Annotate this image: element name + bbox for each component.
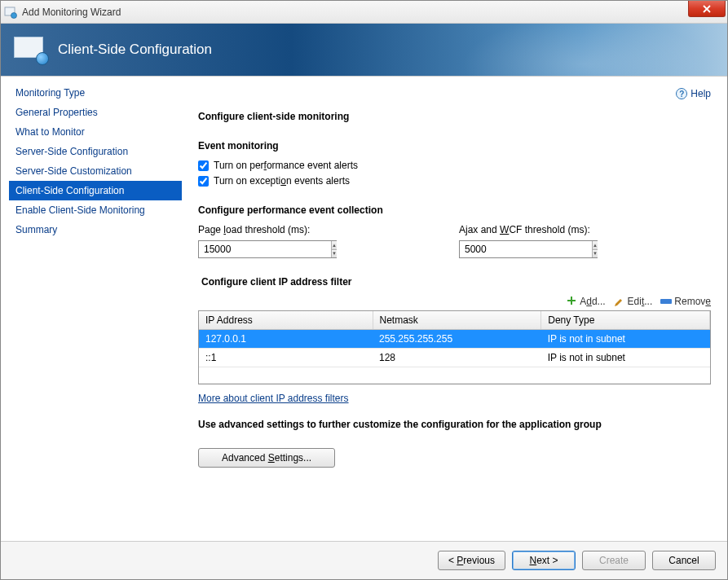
- wizard-window: Add Monitoring Wizard Client-Side Config…: [0, 0, 728, 580]
- sidebar-item-client-side-configuration[interactable]: Client-Side Configuration: [9, 181, 182, 200]
- help-link[interactable]: ? Help: [676, 88, 711, 99]
- sidebar-item-enable-client-side-monitoring[interactable]: Enable Client-Side Monitoring: [9, 200, 182, 220]
- col-deny[interactable]: Deny Type: [541, 311, 710, 330]
- exception-alerts-row: Turn on exception events alerts: [198, 175, 711, 187]
- exception-alerts-checkbox[interactable]: [198, 176, 209, 187]
- table-row[interactable]: 127.0.0.1 255.255.255.255 IP is not in s…: [199, 330, 710, 349]
- perf-alerts-label[interactable]: Turn on performance event alerts: [214, 160, 358, 171]
- help-icon: ?: [676, 88, 687, 99]
- page-heading: Configure client-side monitoring: [198, 111, 711, 122]
- window-title: Add Monitoring Wizard: [22, 7, 121, 18]
- sidebar-item-summary[interactable]: Summary: [9, 220, 182, 239]
- sidebar-item-server-side-customization[interactable]: Server-Side Customization: [9, 161, 182, 181]
- add-icon: [566, 296, 577, 307]
- ip-filter-toolbar: Add... Edit... Remove: [198, 296, 711, 307]
- banner-icon: [14, 37, 46, 63]
- perf-alerts-checkbox[interactable]: [198, 160, 209, 171]
- page-load-up[interactable]: ▲: [332, 241, 337, 250]
- page-load-input[interactable]: [199, 241, 331, 257]
- ajax-wcf-up[interactable]: ▲: [593, 241, 598, 250]
- remove-icon: [660, 296, 672, 307]
- content-pane: ? Help Configure client-side monitoring …: [182, 77, 727, 541]
- edit-icon: [614, 296, 625, 307]
- page-load-down[interactable]: ▼: [332, 250, 337, 258]
- footer: < Previous Next > Create Cancel: [1, 542, 727, 579]
- close-button[interactable]: [688, 1, 726, 17]
- wizard-sidebar: Monitoring Type General Properties What …: [1, 77, 182, 541]
- app-icon: [4, 6, 17, 19]
- svg-point-1: [11, 12, 17, 18]
- sidebar-item-general-properties[interactable]: General Properties: [9, 103, 182, 122]
- perf-collection-title: Configure performance event collection: [198, 204, 711, 216]
- page-load-label: Page load threshold (ms):: [198, 224, 426, 235]
- create-button: Create: [582, 551, 646, 570]
- edit-button[interactable]: Edit...: [614, 296, 653, 307]
- banner-title: Client-Side Configuration: [58, 42, 212, 58]
- exception-alerts-label[interactable]: Turn on exception events alerts: [214, 175, 350, 187]
- table-row-empty: [199, 367, 710, 384]
- sidebar-item-monitoring-type[interactable]: Monitoring Type: [9, 83, 182, 103]
- ajax-wcf-down[interactable]: ▼: [593, 250, 598, 258]
- add-button[interactable]: Add...: [566, 296, 605, 307]
- ajax-wcf-input[interactable]: [460, 241, 592, 257]
- ajax-wcf-spinner: ▲ ▼: [459, 240, 598, 258]
- ajax-wcf-label: Ajax and WCF threshold (ms):: [459, 224, 687, 235]
- perf-alerts-row: Turn on performance event alerts: [198, 160, 711, 171]
- cancel-button[interactable]: Cancel: [652, 551, 716, 570]
- help-label: Help: [690, 88, 711, 99]
- previous-button[interactable]: < Previous: [438, 551, 505, 570]
- col-netmask[interactable]: Netmask: [373, 311, 541, 330]
- threshold-fields: Page load threshold (ms): ▲ ▼ Ajax and W…: [198, 224, 711, 258]
- ip-filter-title: Configure client IP address filter: [201, 276, 711, 288]
- table-row[interactable]: ::1 128 IP is not in subnet: [199, 349, 710, 367]
- event-monitoring-title: Event monitoring: [198, 140, 711, 152]
- body-area: Monitoring Type General Properties What …: [1, 76, 727, 542]
- remove-button[interactable]: Remove: [660, 296, 711, 307]
- advanced-text: Use advanced settings to further customi…: [198, 419, 711, 430]
- col-ip[interactable]: IP Address: [199, 311, 373, 330]
- advanced-settings-button[interactable]: Advanced Settings...: [198, 448, 335, 468]
- next-button[interactable]: Next >: [512, 551, 576, 570]
- banner: Client-Side Configuration: [1, 24, 727, 76]
- sidebar-item-server-side-configuration[interactable]: Server-Side Configuration: [9, 142, 182, 161]
- page-load-spinner: ▲ ▼: [198, 240, 337, 258]
- ip-filter-more-link[interactable]: More about client IP address filters: [198, 393, 349, 404]
- ip-filter-table: IP Address Netmask Deny Type 127.0.0.1 2…: [198, 310, 711, 384]
- titlebar: Add Monitoring Wizard: [1, 1, 727, 24]
- sidebar-item-what-to-monitor[interactable]: What to Monitor: [9, 122, 182, 142]
